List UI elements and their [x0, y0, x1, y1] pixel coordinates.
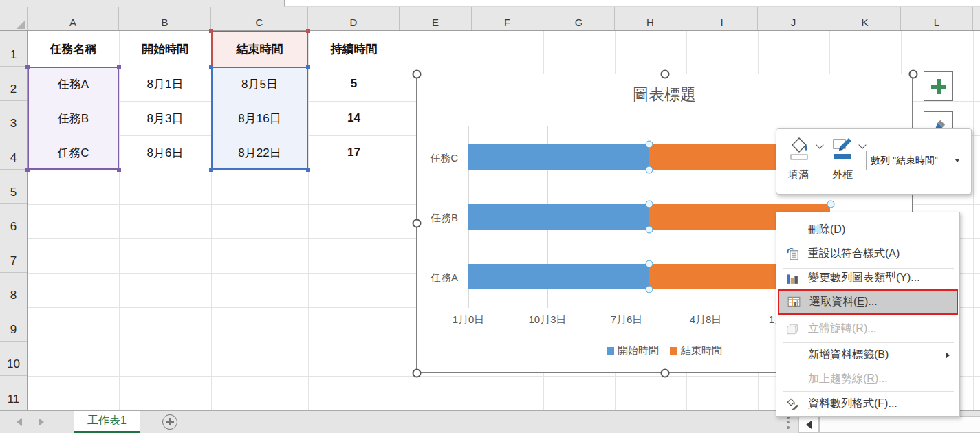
- cell-B2[interactable]: 8月1日: [119, 67, 211, 101]
- fill-color-button[interactable]: [786, 134, 811, 164]
- range-handle[interactable]: [25, 168, 30, 172]
- chart-resize-handle[interactable]: [413, 70, 422, 79]
- menu-item-format-data-series[interactable]: 資料數列格式(F)...: [778, 392, 958, 416]
- range-handle[interactable]: [209, 168, 213, 172]
- chart-element-selector[interactable]: 數列 "結束時間": [866, 151, 966, 170]
- chart-resize-handle[interactable]: [909, 70, 918, 79]
- row-header-8[interactable]: 8: [0, 273, 27, 307]
- row-header-4[interactable]: 4: [0, 135, 27, 170]
- cell-A1[interactable]: 任務名稱: [28, 31, 119, 67]
- column-header-G[interactable]: G: [543, 7, 615, 30]
- column-header-B[interactable]: B: [119, 7, 211, 30]
- chart-legend[interactable]: 開始時間 結束時間: [607, 344, 722, 357]
- range-handle[interactable]: [306, 29, 310, 33]
- cell-A3[interactable]: 任務B: [28, 101, 119, 135]
- range-handle[interactable]: [117, 65, 121, 69]
- cell-B4[interactable]: 8月6日: [119, 135, 211, 170]
- bar-taskC-start[interactable]: [468, 144, 649, 170]
- row-header-6[interactable]: 6: [0, 204, 27, 238]
- row-header-9[interactable]: 9: [0, 307, 27, 342]
- select-all-button[interactable]: [0, 7, 28, 30]
- active-sheet-tab[interactable]: 工作表1: [74, 411, 140, 433]
- chevron-down-icon[interactable]: [858, 141, 866, 148]
- menu-item-select-data[interactable]: 選取資料(E)...: [778, 289, 958, 315]
- cell-D1[interactable]: 持續時間: [308, 31, 400, 67]
- series-point-handle[interactable]: [646, 260, 653, 268]
- menu-item-label: 資料數列格式(F)...: [808, 397, 897, 411]
- legend-swatch-blue: [607, 347, 614, 355]
- cell-C3[interactable]: 8月16日: [211, 101, 308, 135]
- series-point-handle[interactable]: [827, 201, 835, 208]
- range-handle[interactable]: [25, 65, 30, 69]
- row-header-10[interactable]: 10: [0, 342, 27, 376]
- series-point-handle[interactable]: [646, 286, 653, 293]
- column-header-H[interactable]: H: [615, 7, 686, 30]
- column-header-I[interactable]: I: [686, 7, 758, 30]
- column-header-L[interactable]: L: [901, 7, 973, 30]
- menu-item-add-data-labels[interactable]: 新增資料標籤(B): [778, 343, 958, 367]
- left-arrow-icon: [806, 421, 812, 429]
- cell-D4[interactable]: 17: [308, 135, 400, 170]
- menu-item-delete[interactable]: 刪除(D): [778, 218, 958, 242]
- range-handle[interactable]: [209, 65, 213, 69]
- cell-D2[interactable]: 5: [308, 67, 400, 101]
- new-sheet-button[interactable]: [162, 414, 177, 430]
- column-header-D[interactable]: D: [308, 7, 400, 30]
- chart-resize-handle[interactable]: [413, 219, 422, 228]
- cell-A4[interactable]: 任務C: [28, 135, 119, 170]
- next-sheet-arrow-icon[interactable]: [39, 418, 44, 426]
- range-handle[interactable]: [306, 168, 310, 172]
- row-header-2[interactable]: 2: [0, 67, 27, 101]
- x-axis-tick: 4月8日: [675, 313, 737, 326]
- chart-resize-handle[interactable]: [661, 369, 670, 378]
- column-header-F[interactable]: F: [472, 7, 543, 30]
- row-header-7[interactable]: 7: [0, 238, 27, 273]
- excel-window: A B C D E F G H I J K L 1 2 3 4 5 6 7 8 …: [0, 0, 980, 433]
- row-header-1[interactable]: 1: [0, 31, 27, 67]
- cell-C4[interactable]: 8月22日: [211, 135, 308, 170]
- menu-item-reset-to-match-style[interactable]: 重設以符合樣式(A): [778, 242, 958, 266]
- horizontal-scrollbar[interactable]: [819, 416, 980, 433]
- column-header-K[interactable]: K: [829, 7, 901, 30]
- outline-color-button[interactable]: [830, 134, 855, 164]
- series-point-handle[interactable]: [646, 226, 653, 234]
- range-handle[interactable]: [209, 29, 213, 33]
- chevron-down-icon[interactable]: [816, 141, 823, 148]
- row-header-3[interactable]: 3: [0, 101, 27, 135]
- cell-C2[interactable]: 8月5日: [211, 67, 308, 101]
- cell-D3[interactable]: 14: [308, 101, 400, 135]
- cell-C1[interactable]: 結束時間: [211, 31, 308, 67]
- series-point-handle[interactable]: [646, 166, 653, 174]
- 3d-rotation-icon: [783, 323, 801, 335]
- bar-taskA-start[interactable]: [468, 264, 649, 289]
- range-handle[interactable]: [306, 65, 310, 69]
- menu-item-change-series-chart-type[interactable]: 變更數列圖表類型(Y)...: [778, 266, 958, 290]
- column-header-C[interactable]: C: [211, 7, 308, 30]
- legend-item-end[interactable]: 結束時間: [670, 344, 722, 357]
- legend-swatch-orange: [670, 347, 677, 355]
- chart-resize-handle[interactable]: [661, 70, 670, 79]
- series-point-handle[interactable]: [646, 141, 653, 148]
- range-handle[interactable]: [117, 168, 121, 172]
- formula-bar-remnant-left: [0, 0, 284, 7]
- cell-B3[interactable]: 8月3日: [119, 101, 211, 135]
- chart-title[interactable]: 圖表標題: [417, 84, 912, 105]
- row-header-5[interactable]: 5: [0, 170, 27, 204]
- chart-resize-handle[interactable]: [413, 369, 422, 378]
- series-point-handle[interactable]: [646, 201, 653, 208]
- splitter-grip-icon[interactable]: [787, 416, 790, 432]
- row-headers: 1 2 3 4 5 6 7 8 9 10 11: [0, 31, 28, 410]
- column-header-E[interactable]: E: [400, 7, 472, 30]
- previous-sheet-arrow-icon[interactable]: [17, 418, 22, 426]
- scroll-left-button[interactable]: [798, 416, 819, 433]
- column-header-A[interactable]: A: [28, 7, 119, 30]
- chart-elements-button[interactable]: [924, 71, 953, 101]
- row-header-11[interactable]: 11: [0, 376, 27, 410]
- menu-item-label: 重設以符合樣式(A): [808, 247, 900, 261]
- menu-item-label: 選取資料(E)...: [809, 295, 878, 309]
- cell-B1[interactable]: 開始時間: [119, 31, 211, 67]
- legend-item-start[interactable]: 開始時間: [607, 344, 659, 357]
- column-header-J[interactable]: J: [758, 7, 829, 30]
- cell-A2[interactable]: 任務A: [28, 67, 119, 101]
- bar-taskB-start[interactable]: [468, 204, 649, 230]
